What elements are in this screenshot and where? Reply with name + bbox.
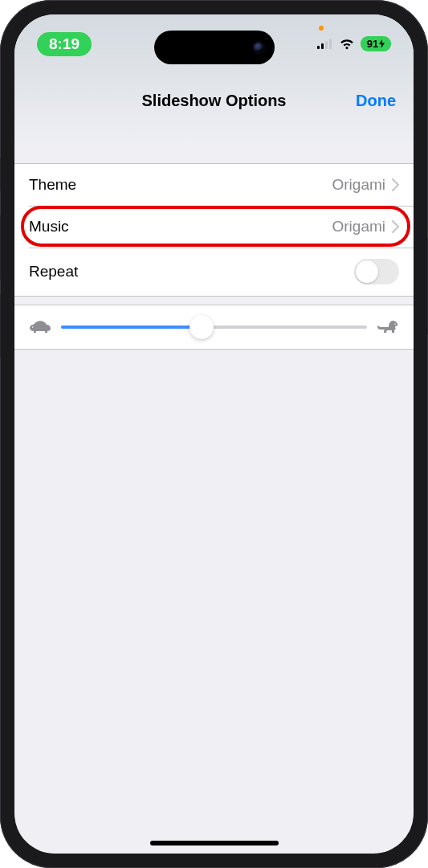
- modal-header: Slideshow Options Done: [14, 72, 414, 163]
- slider-fill: [61, 326, 202, 329]
- music-value-group: Origami: [332, 218, 399, 235]
- hare-icon: [377, 320, 399, 334]
- screen: 8:19 91: [14, 14, 414, 854]
- repeat-label: Repeat: [29, 263, 78, 280]
- music-label: Music: [29, 218, 69, 235]
- svg-rect-1: [321, 43, 324, 49]
- page-title: Slideshow Options: [141, 92, 286, 110]
- phone-frame: 8:19 91: [0, 0, 428, 868]
- wifi-icon: [339, 39, 355, 50]
- slider-thumb[interactable]: [190, 315, 214, 339]
- svg-rect-2: [325, 41, 328, 49]
- svg-rect-3: [329, 39, 332, 49]
- chevron-right-icon: [392, 220, 399, 233]
- status-time-pill: 8:19: [37, 32, 92, 56]
- theme-row[interactable]: Theme Origami: [14, 164, 414, 206]
- speed-slider[interactable]: [61, 326, 367, 329]
- svg-rect-0: [317, 46, 320, 49]
- dynamic-island: [154, 31, 275, 64]
- repeat-toggle[interactable]: [354, 259, 399, 285]
- music-row[interactable]: Music Origami: [14, 206, 414, 248]
- toggle-thumb: [356, 260, 378, 283]
- mic-indicator-icon: [319, 26, 324, 31]
- theme-value: Origami: [332, 176, 385, 194]
- status-right-group: 91: [317, 32, 391, 51]
- side-button-silent: [0, 158, 1, 191]
- home-indicator[interactable]: [150, 841, 279, 845]
- side-button-volume-up: [0, 215, 1, 280]
- done-button[interactable]: Done: [356, 92, 396, 110]
- front-camera-icon: [254, 43, 263, 52]
- music-value: Origami: [332, 218, 385, 235]
- cellular-icon: [317, 39, 333, 50]
- speed-slider-row: [14, 305, 414, 350]
- chevron-right-icon: [392, 178, 399, 191]
- side-button-volume-down: [0, 294, 1, 358]
- repeat-row: Repeat: [14, 248, 414, 296]
- theme-value-group: Origami: [332, 176, 399, 194]
- charging-bolt-icon: [379, 39, 385, 48]
- battery-indicator: 91: [361, 36, 391, 51]
- battery-text: 91: [367, 38, 378, 50]
- tortoise-icon: [29, 320, 51, 334]
- theme-label: Theme: [29, 176, 76, 194]
- options-list: Theme Origami Music Origami: [14, 163, 414, 297]
